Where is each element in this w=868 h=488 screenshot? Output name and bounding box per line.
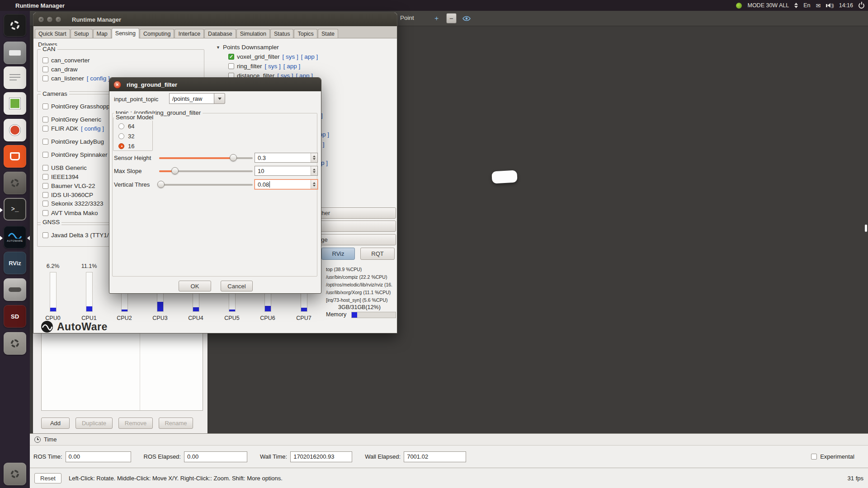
rqt-launch-button[interactable]: RQT — [360, 248, 395, 260]
tab-simulation[interactable]: Simulation — [236, 29, 270, 38]
max-slope-slider[interactable] — [159, 166, 253, 176]
terminal-icon[interactable]: >_ — [4, 198, 26, 221]
dialog-title-bar[interactable]: × ring_ground_filter — [109, 78, 321, 91]
spin-down-icon[interactable] — [313, 158, 316, 160]
bottom-utility-icon[interactable] — [4, 463, 26, 485]
tab-computing[interactable]: Computing — [140, 29, 174, 38]
tab-state[interactable]: State — [318, 29, 338, 38]
tab-status[interactable]: Status — [270, 29, 293, 38]
keyboard-layout-indicator[interactable]: En — [803, 2, 810, 9]
sys-link[interactable]: [ sys ] — [265, 63, 281, 70]
rename-display-button[interactable]: Rename — [159, 418, 193, 429]
close-window-icon[interactable]: × — [38, 16, 44, 23]
cancel-button[interactable]: Cancel — [221, 281, 253, 291]
spinner-buttons[interactable] — [311, 180, 317, 189]
slider-knob[interactable] — [171, 167, 179, 174]
spinner-buttons[interactable] — [311, 166, 317, 175]
autoware-icon[interactable]: AUTOWARE — [4, 226, 26, 249]
tab-setup[interactable]: Setup — [71, 29, 93, 38]
dash-home-icon[interactable] — [4, 14, 26, 37]
sensor-height-slider[interactable] — [159, 153, 253, 163]
publish-point-tool-button[interactable]: Point — [400, 14, 414, 21]
reset-button[interactable]: Reset — [34, 473, 61, 483]
avt-vimba-checkbox[interactable] — [42, 210, 48, 216]
vertical-thres-spinbox[interactable]: 0.08 — [255, 179, 318, 189]
ids-checkbox[interactable] — [42, 192, 48, 198]
vertical-thres-slider[interactable] — [159, 179, 253, 189]
time-panel-header[interactable]: Time — [30, 434, 868, 446]
tab-topics[interactable]: Topics — [294, 29, 317, 38]
app-link[interactable]: [ app ] — [283, 63, 301, 70]
config-link[interactable]: [ config ] — [81, 125, 104, 132]
disks-icon[interactable] — [4, 278, 26, 301]
nvidia-icon[interactable] — [736, 3, 742, 9]
tab-map[interactable]: Map — [93, 29, 111, 38]
tools-icon[interactable] — [4, 332, 26, 355]
can-converter-checkbox[interactable] — [42, 57, 48, 63]
camera-view-icon[interactable] — [461, 13, 472, 23]
grasshopper3-checkbox[interactable] — [42, 103, 48, 109]
wall-elapsed-field[interactable]: 7001.02 — [404, 451, 466, 462]
ieee1394-checkbox[interactable] — [42, 174, 48, 180]
spin-value[interactable]: 10 — [255, 168, 311, 174]
slider-knob[interactable] — [157, 181, 165, 188]
tab-database[interactable]: Database — [204, 29, 236, 38]
volume-icon[interactable]: )) — [826, 3, 833, 8]
spin-down-icon[interactable] — [313, 185, 316, 187]
duplicate-display-button[interactable]: Duplicate — [75, 418, 113, 429]
spin-up-icon[interactable] — [313, 169, 316, 170]
tab-sensing[interactable]: Sensing — [112, 28, 139, 38]
ubuntu-software-icon[interactable] — [4, 145, 26, 168]
tab-quick-start[interactable]: Quick Start — [35, 29, 70, 38]
spin-up-icon[interactable] — [313, 155, 316, 157]
expander-icon[interactable]: ▼ — [216, 45, 220, 50]
spinnaker-checkbox[interactable] — [42, 152, 48, 158]
sekonix-checkbox[interactable] — [42, 201, 48, 206]
close-dialog-icon[interactable]: × — [113, 81, 121, 89]
usb-generic-checkbox[interactable] — [42, 165, 48, 171]
minimize-window-icon[interactable]: − — [47, 16, 53, 23]
baumer-checkbox[interactable] — [42, 183, 48, 189]
libreoffice-calc-icon[interactable] — [4, 92, 26, 115]
ladybug-checkbox[interactable] — [42, 139, 48, 145]
archive-manager-icon[interactable] — [4, 42, 26, 64]
remove-tool-icon[interactable]: − — [446, 13, 457, 23]
tab-interface[interactable]: Interface — [175, 29, 204, 38]
combo-value[interactable]: /points_raw — [169, 93, 214, 104]
text-editor-icon[interactable] — [4, 66, 26, 89]
input-point-topic-combo[interactable]: /points_raw — [169, 93, 225, 104]
wall-time-field[interactable]: 1702016200.93 — [290, 451, 352, 462]
radio-32[interactable] — [118, 133, 124, 139]
javad-checkbox[interactable] — [42, 232, 48, 238]
spinner-buttons[interactable] — [311, 153, 317, 162]
libreoffice-impress-icon[interactable] — [4, 119, 26, 141]
ok-button[interactable]: OK — [179, 281, 211, 291]
voxel-grid-filter-checkbox[interactable]: ✓ — [228, 54, 234, 60]
mail-icon[interactable]: ✉ — [816, 2, 821, 9]
ros-time-field[interactable]: 0.00 — [66, 451, 131, 462]
add-display-button[interactable]: Add — [41, 418, 70, 429]
power-icon[interactable] — [859, 3, 864, 9]
config-link[interactable]: [ config ] — [87, 75, 110, 82]
network-arrows-icon[interactable] — [794, 3, 798, 8]
spin-up-icon[interactable] — [313, 182, 316, 184]
sd-card-icon[interactable]: SD — [4, 305, 26, 328]
spin-down-icon[interactable] — [313, 171, 316, 173]
ros-elapsed-field[interactable]: 0.00 — [184, 451, 247, 462]
slider-knob[interactable] — [230, 154, 237, 161]
combo-dropdown-button[interactable] — [214, 93, 225, 104]
max-slope-spinbox[interactable]: 10 — [255, 166, 318, 176]
experimental-checkbox[interactable] — [811, 454, 817, 460]
can-listener-checkbox[interactable] — [42, 75, 48, 81]
rviz-icon[interactable]: RViz — [4, 252, 26, 274]
ring-filter-checkbox[interactable] — [228, 63, 234, 69]
flir-adk-checkbox[interactable] — [42, 126, 48, 131]
pointgrey-generic-checkbox[interactable] — [42, 117, 48, 122]
rtm-title-bar[interactable]: × − ▫ Runtime Manager — [33, 13, 397, 26]
can-draw-checkbox[interactable] — [42, 66, 48, 72]
spin-value[interactable]: 0.08 — [255, 181, 311, 188]
rviz-launch-button[interactable]: RViz — [321, 248, 355, 260]
system-settings-icon[interactable] — [4, 172, 26, 194]
app-link[interactable]: [ app ] — [301, 53, 318, 60]
sensor-height-spinbox[interactable]: 0.3 — [255, 153, 318, 163]
